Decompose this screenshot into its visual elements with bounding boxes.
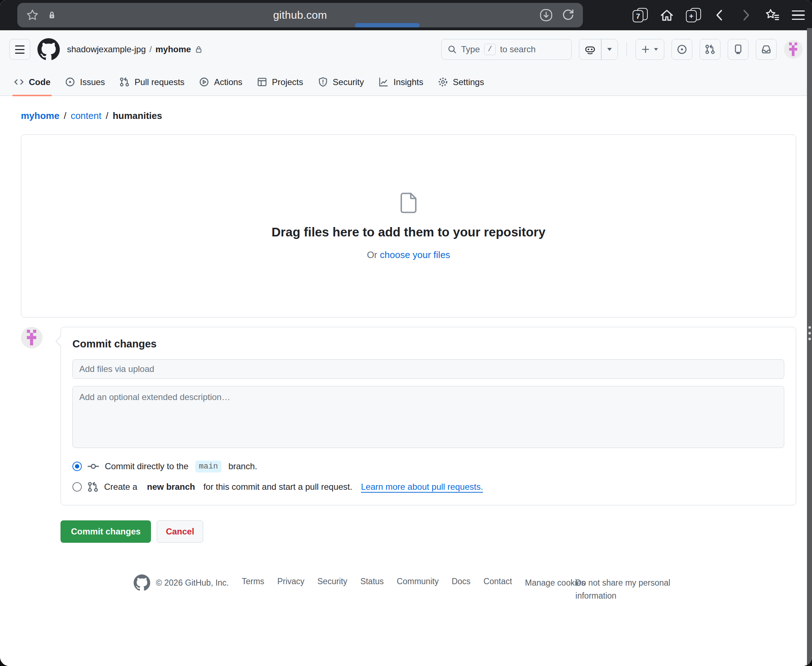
- breadcrumb: shadowjexample-jpg / myhome: [67, 45, 203, 54]
- branch-name-chip: main: [195, 461, 222, 473]
- page-footer: © 2026 GitHub, Inc. Terms Privacy Securi…: [21, 577, 796, 653]
- bookmark-star-icon[interactable]: [26, 9, 39, 21]
- tab-pull-requests[interactable]: Pull requests: [112, 68, 192, 96]
- gear-icon: [438, 77, 448, 87]
- play-icon: [199, 77, 209, 87]
- git-pull-request-icon: [119, 77, 130, 87]
- copilot-icon: [579, 39, 601, 59]
- commit-form-title: Commit changes: [72, 338, 784, 350]
- download-icon[interactable]: [539, 8, 553, 22]
- home-icon[interactable]: [659, 8, 674, 23]
- search-icon: [447, 45, 457, 54]
- forward-icon[interactable]: [738, 8, 753, 22]
- footer-link-terms[interactable]: Terms: [242, 577, 265, 586]
- footer-link-privacy[interactable]: Privacy: [278, 577, 304, 586]
- new-tab-icon[interactable]: +: [686, 7, 701, 23]
- new-branch-option[interactable]: Create a new branch for this commit and …: [72, 481, 784, 493]
- tab-projects[interactable]: Projects: [250, 68, 311, 96]
- issue-opened-icon: [677, 44, 687, 55]
- shield-icon: [318, 77, 328, 87]
- commit-avatar: [21, 327, 43, 348]
- radio-selected[interactable]: [72, 462, 82, 471]
- footer-link-do-not-share[interactable]: Do not share my personal information: [575, 577, 684, 602]
- slash-key: /: [484, 44, 496, 55]
- notifications-button[interactable]: [756, 39, 777, 60]
- tab-counter-button[interactable]: 7: [633, 7, 648, 23]
- drop-zone-heading: Drag files here to add them to your repo…: [272, 225, 546, 239]
- repo-icon: [733, 44, 743, 55]
- hamburger-icon: [15, 45, 25, 54]
- private-lock-icon: [194, 45, 203, 54]
- plus-icon: [641, 45, 650, 54]
- file-icon: [398, 192, 419, 214]
- graph-icon: [378, 77, 389, 87]
- context-separator: /: [150, 45, 152, 54]
- footer-link-status[interactable]: Status: [360, 577, 384, 586]
- identicon: [24, 330, 39, 345]
- tab-security[interactable]: Security: [311, 68, 371, 96]
- footer-link-docs[interactable]: Docs: [452, 577, 470, 586]
- search-placeholder-pre: Type: [461, 45, 480, 54]
- context-owner[interactable]: shadowjexample-jpg: [67, 45, 146, 54]
- search-placeholder-post: to search: [500, 45, 536, 54]
- footer-link-security[interactable]: Security: [317, 577, 347, 586]
- git-pull-request-icon: [705, 44, 715, 55]
- scrollbar[interactable]: [807, 28, 812, 666]
- issues-button[interactable]: [672, 39, 692, 60]
- breadcrumb-dir-link[interactable]: content: [71, 110, 101, 122]
- github-header: shadowjexample-jpg / myhome Type / to se…: [0, 30, 812, 68]
- pull-requests-button[interactable]: [700, 39, 720, 60]
- search-input[interactable]: Type / to search: [441, 39, 572, 60]
- browser-toolbar: github.com 7 +: [0, 0, 812, 30]
- repositories-button[interactable]: [728, 39, 749, 60]
- cancel-button[interactable]: Cancel: [157, 520, 203, 543]
- browser-menu-icon[interactable]: [792, 10, 805, 20]
- footer-link-manage-cookies[interactable]: Manage cookies: [525, 577, 562, 590]
- tab-issues[interactable]: Issues: [58, 68, 112, 96]
- choose-files-link[interactable]: choose your files: [380, 249, 450, 260]
- browser-window: github.com 7 +: [0, 0, 812, 666]
- git-commit-icon: [87, 460, 99, 473]
- inbox-icon: [761, 44, 772, 55]
- tab-insights[interactable]: Insights: [371, 68, 431, 96]
- breadcrumb-current: humanities: [113, 110, 162, 122]
- github-page: shadowjexample-jpg / myhome Type / to se…: [0, 30, 812, 666]
- caret-down-icon: [654, 48, 658, 51]
- github-logo[interactable]: [38, 38, 60, 61]
- tab-count: 7: [636, 12, 640, 21]
- reload-icon[interactable]: [561, 8, 575, 22]
- github-footer-logo[interactable]: [134, 574, 150, 591]
- commit-changes-button[interactable]: Commit changes: [61, 520, 151, 543]
- tab-actions[interactable]: Actions: [192, 68, 250, 96]
- breadcrumb-repo-link[interactable]: myhome: [21, 110, 59, 122]
- commit-description-textarea[interactable]: [72, 386, 784, 448]
- header-divider: [626, 42, 627, 56]
- create-new-button[interactable]: [636, 39, 664, 60]
- page-load-progress: [355, 23, 420, 27]
- commit-direct-option[interactable]: Commit directly to the main branch.: [72, 460, 784, 473]
- repo-nav: Code Issues Pull requests Actions Projec…: [0, 68, 812, 96]
- table-icon: [257, 77, 267, 87]
- footer-link-contact[interactable]: Contact: [483, 577, 512, 586]
- commit-message-input[interactable]: [72, 359, 784, 379]
- learn-more-link[interactable]: Learn more about pull requests.: [361, 482, 483, 492]
- main-content: myhome / content / humanities Drag files…: [0, 110, 812, 653]
- radio-unselected[interactable]: [72, 482, 82, 491]
- identicon: [786, 43, 800, 56]
- sidebar-menu-button[interactable]: [9, 39, 30, 60]
- code-icon: [14, 77, 24, 87]
- back-icon[interactable]: [713, 8, 727, 22]
- file-drop-zone[interactable]: Drag files here to add them to your repo…: [21, 134, 796, 318]
- context-repo[interactable]: myhome: [155, 45, 191, 54]
- url-bar[interactable]: github.com: [17, 3, 583, 27]
- git-pull-request-icon: [87, 481, 99, 493]
- copilot-dropdown[interactable]: [602, 39, 618, 59]
- commit-form: Commit changes Commit directly to the ma…: [61, 327, 796, 505]
- user-avatar[interactable]: [784, 40, 803, 59]
- tab-settings[interactable]: Settings: [431, 68, 491, 96]
- drop-zone-subtext: Or choose your files: [367, 249, 450, 260]
- bookmarks-menu-icon[interactable]: [764, 7, 780, 23]
- tab-code[interactable]: Code: [7, 68, 58, 96]
- copilot-button[interactable]: [579, 39, 618, 60]
- footer-link-community[interactable]: Community: [397, 577, 439, 586]
